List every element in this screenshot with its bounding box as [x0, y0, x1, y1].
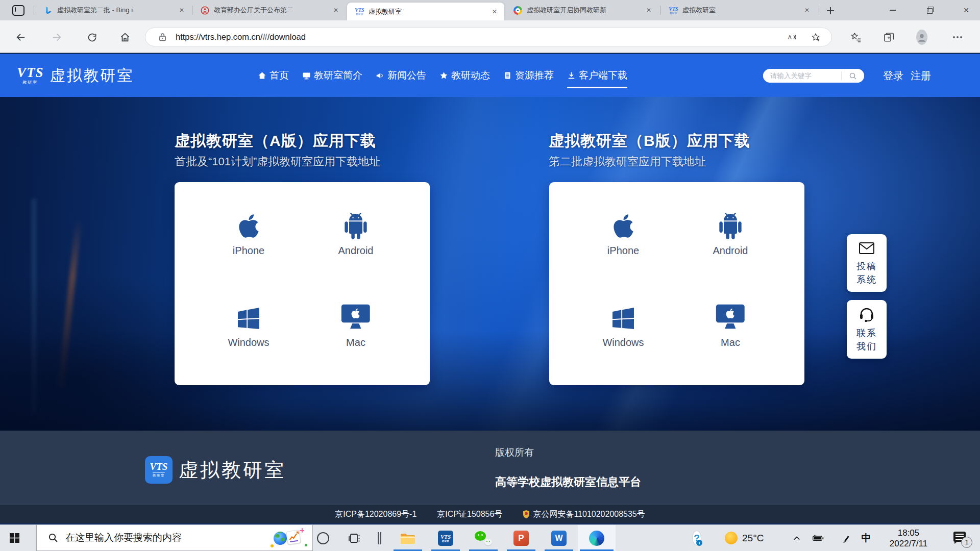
submit-system-label: 投稿系统	[856, 260, 877, 286]
login-link[interactable]: 登录	[883, 69, 903, 83]
profile-avatar[interactable]	[913, 29, 930, 46]
nav-item-news[interactable]: 新闻公告	[376, 69, 426, 82]
notification-center-button[interactable]: 1	[947, 525, 973, 551]
taskbar-vts-app[interactable]: VTS 教研室	[427, 525, 464, 551]
read-aloud-icon[interactable]: A	[785, 30, 800, 45]
taskbar-edge[interactable]	[578, 525, 616, 551]
news-site-icon	[513, 6, 522, 15]
task-view-button[interactable]	[343, 525, 366, 551]
download-iphone-a[interactable]: iPhone	[233, 212, 264, 257]
window-close-button[interactable]	[954, 0, 978, 20]
taskbar-search-box[interactable]: 在这里输入你要搜索的内容	[36, 525, 313, 551]
download-mac-a[interactable]: Mac	[340, 304, 371, 348]
section-b-title: 虚拟教研室（B版）应用下载	[549, 131, 750, 152]
download-iphone-b[interactable]: iPhone	[607, 212, 639, 257]
tab-moe-notice[interactable]: 教育部办公厅关于公布第二	[192, 0, 346, 20]
refresh-button[interactable]	[83, 29, 101, 46]
tab-close-icon[interactable]	[490, 7, 499, 16]
favorite-add-icon[interactable]	[808, 30, 823, 45]
taskbar-powerpoint[interactable]: P	[502, 525, 540, 551]
battery-icon	[813, 534, 824, 542]
psb-record-link[interactable]: 京公网安备11010202008535号	[523, 509, 645, 520]
tab-bing-search[interactable]: 虚拟教研室第二批 - Bing i	[36, 0, 191, 20]
new-tab-button[interactable]	[823, 4, 838, 17]
ellipsis-icon	[953, 36, 955, 38]
start-button[interactable]	[0, 525, 29, 551]
task-view-icon	[349, 533, 361, 544]
download-windows-b[interactable]: Windows	[602, 304, 644, 348]
android-icon	[717, 212, 744, 239]
taskbar-file-explorer[interactable]	[389, 525, 427, 551]
download-android-b[interactable]: Android	[713, 212, 748, 257]
nav-item-home[interactable]: 首页	[258, 69, 289, 82]
chart-icon	[286, 530, 301, 544]
tab-vtrs-active[interactable]: VTS 教研室 虚拟教研室	[347, 3, 504, 20]
section-a-title: 虚拟教研室（A版）应用下载	[175, 131, 376, 152]
taskbar-wechat[interactable]	[464, 525, 502, 551]
tray-battery[interactable]	[810, 525, 827, 551]
window-minimize-button[interactable]	[881, 0, 904, 20]
register-link[interactable]: 注册	[911, 69, 931, 83]
tab-news-article[interactable]: 虚拟教研室开启协同教研新	[505, 0, 658, 20]
nav-item-download[interactable]: 客户端下载	[567, 69, 627, 82]
site-search-input[interactable]	[763, 72, 841, 80]
tab-actions-button[interactable]	[8, 3, 29, 18]
site-search-button[interactable]	[842, 69, 864, 83]
nav-item-resources[interactable]: 资源推荐	[503, 69, 554, 82]
site-brand[interactable]: VTS 教研室 虚拟教研室	[17, 54, 134, 97]
tab-close-icon[interactable]	[331, 6, 340, 15]
download-android-a[interactable]: Android	[338, 212, 374, 257]
tray-expand-chevron[interactable]	[790, 525, 803, 551]
site-header: VTS 教研室 虚拟教研室 首页 教研室简介 新闻公告 教研动态	[0, 54, 980, 97]
svg-text:A: A	[788, 34, 792, 40]
tray-weather[interactable]: 25°C	[725, 525, 776, 551]
contact-us-label: 联系我们	[856, 327, 877, 353]
tab-separator	[819, 6, 819, 15]
tab-title: 虚拟教研室	[369, 7, 490, 16]
main-menu: 首页 教研室简介 新闻公告 教研动态 资源推荐 客户端下载	[258, 54, 627, 97]
word-icon: W	[551, 531, 567, 546]
auth-links: 登录 注册	[883, 54, 931, 97]
site-footer: VTS 教研室 虚拟教研室 版权所有 高等学校虚拟教研室信息平台	[0, 431, 980, 505]
contact-us-button[interactable]: 联系我们	[847, 300, 887, 359]
ime-indicator[interactable]: 中	[859, 525, 874, 551]
window-restore-button[interactable]	[918, 0, 941, 20]
cortana-button[interactable]	[313, 525, 333, 551]
home-button[interactable]	[116, 29, 134, 46]
sparkle-icon	[300, 528, 304, 533]
download-mac-b[interactable]: Mac	[715, 304, 746, 348]
tray-pen[interactable]	[839, 525, 853, 551]
url-text[interactable]: https://vtrs.hep.com.cn/#/download	[176, 32, 306, 42]
platform-label: Android	[338, 245, 374, 257]
icp-record-link[interactable]: 京ICP备12020869号-1	[335, 509, 416, 520]
download-windows-a[interactable]: Windows	[228, 304, 269, 348]
screen: 虚拟教研室第二批 - Bing i 教育部办公厅关于公布第二 VTS 教研室 虚…	[0, 0, 980, 551]
tray-help-icon[interactable]	[689, 525, 704, 551]
tray-clock[interactable]: 18:05 2022/7/11	[883, 525, 934, 551]
notification-badge: 1	[961, 537, 972, 548]
footer-org-link[interactable]: 高等学校虚拟教研室信息平台	[495, 474, 641, 490]
submit-system-button[interactable]: 投稿系统	[847, 234, 887, 292]
forward-button[interactable]	[48, 29, 65, 46]
pen-icon	[842, 533, 850, 544]
tab-vtrs-second[interactable]: VTS 教研室 虚拟教研室	[661, 0, 817, 20]
icp-license-link[interactable]: 京ICP证150856号	[437, 509, 502, 520]
search-highlights-art[interactable]	[274, 530, 305, 546]
tab-close-icon[interactable]	[802, 6, 812, 15]
nav-item-dynamics[interactable]: 教研动态	[439, 69, 490, 82]
settings-more-icon[interactable]	[948, 29, 965, 46]
taskbar-word[interactable]: W	[540, 525, 578, 551]
nav-label: 首页	[270, 69, 289, 82]
nav-item-intro[interactable]: 教研室简介	[302, 69, 362, 82]
taskbar-search-placeholder: 在这里输入你要搜索的内容	[65, 531, 182, 544]
collections-icon[interactable]	[880, 29, 897, 46]
site-search	[763, 69, 864, 83]
favorites-hub-icon[interactable]	[847, 29, 865, 46]
lock-icon[interactable]	[159, 33, 166, 41]
address-bar[interactable]: https://vtrs.hep.com.cn/#/download A	[145, 28, 832, 46]
back-button[interactable]	[12, 29, 30, 46]
moe-emblem-icon	[201, 6, 209, 15]
tab-close-icon[interactable]	[177, 6, 186, 15]
sparkle-dot	[271, 544, 274, 547]
tab-close-icon[interactable]	[644, 6, 653, 15]
